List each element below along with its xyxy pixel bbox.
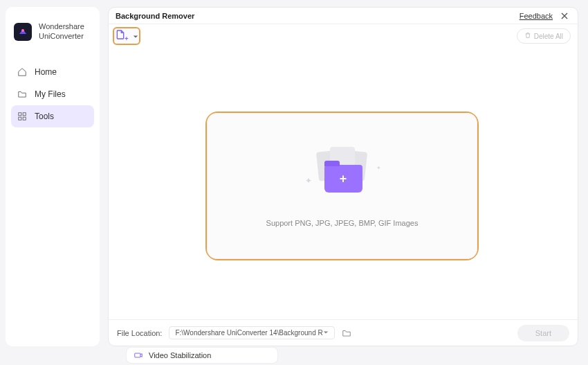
tools-icon bbox=[17, 111, 28, 122]
drop-zone[interactable]: ✦ ✦ + Support PNG, JPG, JPEG, BMP, GIF I… bbox=[205, 112, 479, 260]
brand-line1: Wondershare bbox=[39, 22, 84, 32]
sidebar-item-label: My Files bbox=[35, 89, 66, 99]
file-location-path: F:\Wondershare UniConverter 14\Backgroun… bbox=[175, 329, 323, 337]
add-file-button[interactable]: + bbox=[113, 27, 140, 45]
sidebar: Wondershare UniConverter Home My Files T… bbox=[6, 7, 100, 346]
svg-rect-3 bbox=[19, 117, 21, 120]
folder-plus-icon: + bbox=[324, 165, 362, 193]
chevron-down-icon bbox=[133, 30, 138, 42]
video-stabilization-icon bbox=[134, 350, 143, 360]
sidebar-item-myfiles[interactable]: My Files bbox=[11, 83, 94, 105]
brand-line2: UniConverter bbox=[39, 32, 84, 42]
delete-all-button[interactable]: Delete All bbox=[517, 28, 571, 44]
svg-point-0 bbox=[21, 29, 24, 32]
drop-zone-inner: ✦ ✦ + Support PNG, JPG, JPEG, BMP, GIF I… bbox=[207, 113, 477, 259]
start-button[interactable]: Start bbox=[517, 325, 569, 341]
nav-list: Home My Files Tools bbox=[11, 61, 94, 127]
sidebar-item-tools[interactable]: Tools bbox=[11, 105, 94, 127]
support-text: Support PNG, JPG, JPEG, BMP, GIF Images bbox=[266, 219, 419, 227]
delete-all-label: Delete All bbox=[534, 33, 563, 40]
header-right: Feedback bbox=[520, 11, 569, 21]
sidebar-item-label: Home bbox=[35, 67, 57, 77]
page-title: Background Remover bbox=[114, 12, 194, 20]
tool-card-label: Video Stabilization bbox=[149, 351, 211, 359]
brand-text: Wondershare UniConverter bbox=[39, 22, 84, 42]
feedback-link[interactable]: Feedback bbox=[520, 12, 553, 20]
sidebar-item-label: Tools bbox=[35, 112, 54, 121]
folder-icon bbox=[17, 89, 28, 100]
brand-logo-icon bbox=[14, 23, 32, 41]
close-button[interactable] bbox=[560, 11, 569, 21]
chevron-down-icon bbox=[323, 329, 329, 337]
svg-rect-4 bbox=[23, 117, 26, 120]
sidebar-item-home[interactable]: Home bbox=[11, 61, 94, 83]
svg-rect-5 bbox=[135, 353, 140, 357]
file-location-label: File Location: bbox=[117, 329, 162, 337]
svg-rect-1 bbox=[19, 112, 21, 115]
footer-bar: File Location: F:\Wondershare UniConvert… bbox=[109, 319, 578, 346]
upload-illustration: ✦ ✦ + bbox=[308, 145, 377, 201]
sparkle-icon: ✦ bbox=[305, 176, 312, 186]
trash-icon bbox=[524, 32, 531, 40]
main-header: Background Remover Feedback bbox=[109, 8, 578, 24]
open-folder-button[interactable] bbox=[342, 328, 351, 338]
file-location-select[interactable]: F:\Wondershare UniConverter 14\Backgroun… bbox=[169, 326, 335, 339]
toolbar: + Delete All bbox=[109, 24, 578, 49]
sparkle-icon: ✦ bbox=[376, 165, 381, 171]
home-icon bbox=[17, 66, 28, 78]
main-panel: Background Remover Feedback + Delete All bbox=[108, 7, 578, 346]
plus-badge-icon: + bbox=[125, 35, 128, 42]
brand-block: Wondershare UniConverter bbox=[11, 19, 94, 54]
tool-card-video-stabilization[interactable]: Video Stabilization bbox=[126, 347, 278, 364]
svg-rect-2 bbox=[23, 112, 26, 115]
